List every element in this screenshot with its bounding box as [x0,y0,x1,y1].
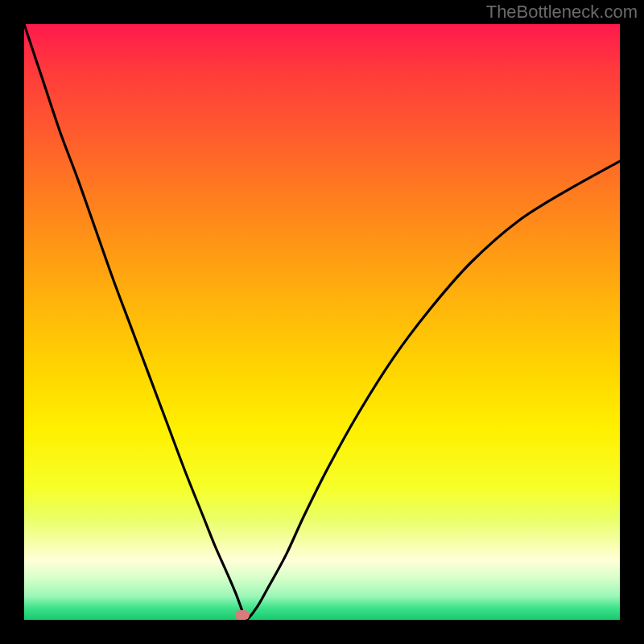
watermark-text: TheBottleneck.com [486,2,638,23]
chart-container: TheBottleneck.com [0,0,644,644]
plot-area [24,24,620,620]
minimum-marker [235,610,250,620]
bottleneck-curve [24,24,620,620]
